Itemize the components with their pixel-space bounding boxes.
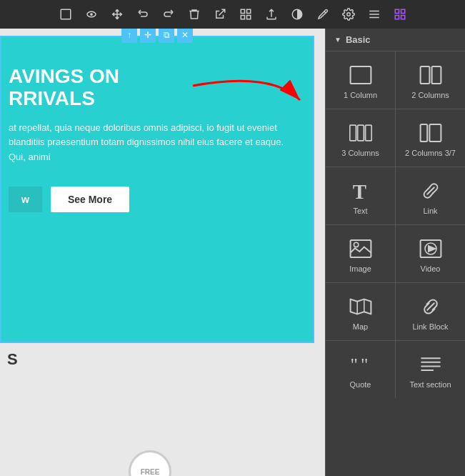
gear-icon[interactable] bbox=[342, 8, 355, 21]
svg-rect-6 bbox=[246, 16, 250, 19]
savings-title: AVINGS ON RRIVALS bbox=[9, 66, 299, 110]
link-icon bbox=[419, 179, 442, 202]
text-section-icon bbox=[419, 353, 442, 376]
handle-delete-btn[interactable]: ✕ bbox=[177, 29, 193, 43]
panel-item-map-label: Map bbox=[353, 322, 368, 331]
btn-row: w See More bbox=[9, 187, 299, 212]
svg-rect-3 bbox=[241, 9, 244, 13]
panel-item-linkblock[interactable]: Link Block bbox=[396, 283, 465, 340]
svg-text:": " bbox=[350, 354, 357, 375]
two-columns-icon bbox=[419, 64, 442, 86]
svg-rect-22 bbox=[420, 124, 427, 142]
savings-body: at repellat, quia neque doloribus omnis … bbox=[9, 121, 299, 165]
image-icon bbox=[349, 237, 372, 260]
half-circle-icon[interactable] bbox=[291, 8, 304, 21]
svg-rect-11 bbox=[395, 9, 399, 13]
three-columns-icon bbox=[349, 122, 372, 144]
quote-icon: " " bbox=[349, 353, 372, 376]
panel-item-3col[interactable]: 3 Columns bbox=[326, 109, 395, 167]
video-icon bbox=[419, 237, 442, 260]
panel-item-video-label: Video bbox=[421, 264, 441, 273]
svg-rect-17 bbox=[420, 66, 429, 84]
panel-item-textsection-label: Text section bbox=[409, 380, 451, 389]
layout-icon[interactable] bbox=[239, 8, 252, 21]
panel-item-quote[interactable]: " " Quote bbox=[326, 341, 395, 398]
toolbar bbox=[0, 0, 465, 29]
panel-item-image[interactable]: Image bbox=[326, 225, 395, 282]
svg-rect-20 bbox=[357, 125, 364, 141]
svg-rect-21 bbox=[365, 125, 371, 141]
panel-item-quote-label: Quote bbox=[350, 380, 371, 389]
below-section-text: S bbox=[7, 350, 18, 369]
undo-icon[interactable] bbox=[136, 8, 149, 21]
panel-item-image-label: Image bbox=[349, 264, 371, 273]
move-icon[interactable] bbox=[111, 8, 124, 21]
panel-item-2col37[interactable]: 2 Columns 3/7 bbox=[396, 109, 465, 167]
eye-icon[interactable] bbox=[85, 8, 98, 21]
section-handle: ↑ ✛ ⧉ ✕ bbox=[121, 29, 193, 43]
svg-marker-30 bbox=[428, 246, 435, 252]
panel-item-text-label: Text bbox=[353, 207, 367, 215]
panel-item-text[interactable]: T Text bbox=[326, 167, 395, 224]
map-icon bbox=[349, 295, 372, 318]
panel-item-2col-label: 2 Columns bbox=[411, 91, 449, 99]
svg-rect-5 bbox=[241, 16, 244, 19]
svg-rect-19 bbox=[349, 125, 356, 141]
main-area: ↑ ✛ ⧉ ✕ AVINGS ON RRIVALS at repellat, q… bbox=[0, 29, 465, 476]
svg-rect-12 bbox=[401, 9, 404, 13]
panel-item-map[interactable]: Map bbox=[326, 283, 395, 340]
link-block-icon bbox=[419, 295, 442, 318]
right-panel: ▼ Basic 1 Column bbox=[325, 29, 465, 476]
panel-section-header: ▼ Basic bbox=[326, 29, 465, 51]
svg-rect-14 bbox=[401, 16, 404, 19]
svg-rect-13 bbox=[395, 16, 399, 19]
two-columns-37-icon bbox=[419, 122, 442, 144]
redo-icon[interactable] bbox=[162, 8, 175, 21]
svg-rect-23 bbox=[429, 124, 441, 142]
panel-item-link[interactable]: Link bbox=[396, 167, 465, 224]
handle-drag-btn[interactable]: ✛ bbox=[140, 29, 156, 43]
panel-item-link-label: Link bbox=[423, 207, 437, 215]
panel-section-label: Basic bbox=[346, 34, 371, 45]
free-badge: FREE bbox=[129, 450, 171, 476]
w-button[interactable]: w bbox=[9, 187, 42, 212]
svg-rect-0 bbox=[61, 9, 71, 19]
external-link-icon[interactable] bbox=[214, 8, 226, 21]
panel-item-1col[interactable]: 1 Column bbox=[326, 51, 395, 109]
collapse-triangle-icon[interactable]: ▼ bbox=[334, 36, 341, 44]
see-more-button[interactable]: See More bbox=[51, 187, 129, 212]
panel-item-linkblock-label: Link Block bbox=[412, 322, 448, 331]
text-icon: T bbox=[349, 179, 372, 202]
panel-grid: 1 Column 2 Columns bbox=[326, 51, 465, 398]
panel-item-textsection[interactable]: Text section bbox=[396, 341, 465, 398]
panel-item-2col[interactable]: 2 Columns bbox=[396, 51, 465, 109]
trash-icon[interactable] bbox=[188, 8, 201, 21]
svg-point-7 bbox=[346, 13, 350, 16]
handle-move-btn[interactable]: ↑ bbox=[121, 29, 137, 43]
blue-section: ↑ ✛ ⧉ ✕ AVINGS ON RRIVALS at repellat, q… bbox=[0, 36, 314, 343]
svg-point-2 bbox=[90, 13, 93, 16]
svg-point-27 bbox=[354, 242, 358, 247]
panel-item-video[interactable]: Video bbox=[396, 225, 465, 282]
grid-apps-icon[interactable] bbox=[394, 8, 406, 21]
upload-icon[interactable] bbox=[265, 8, 278, 21]
svg-rect-16 bbox=[350, 66, 371, 84]
svg-rect-4 bbox=[246, 9, 250, 13]
square-icon[interactable] bbox=[59, 8, 72, 21]
svg-text:T: T bbox=[352, 180, 366, 202]
canvas-area: ↑ ✛ ⧉ ✕ AVINGS ON RRIVALS at repellat, q… bbox=[0, 29, 325, 476]
panel-item-1col-label: 1 Column bbox=[344, 91, 377, 99]
svg-rect-18 bbox=[431, 66, 441, 84]
pen-icon[interactable] bbox=[316, 8, 329, 21]
one-column-icon bbox=[349, 64, 372, 86]
svg-text:": " bbox=[361, 354, 368, 375]
hamburger-icon[interactable] bbox=[368, 8, 381, 21]
panel-item-2col37-label: 2 Columns 3/7 bbox=[405, 149, 456, 157]
handle-copy-btn[interactable]: ⧉ bbox=[159, 29, 174, 43]
panel-item-3col-label: 3 Columns bbox=[341, 149, 379, 157]
